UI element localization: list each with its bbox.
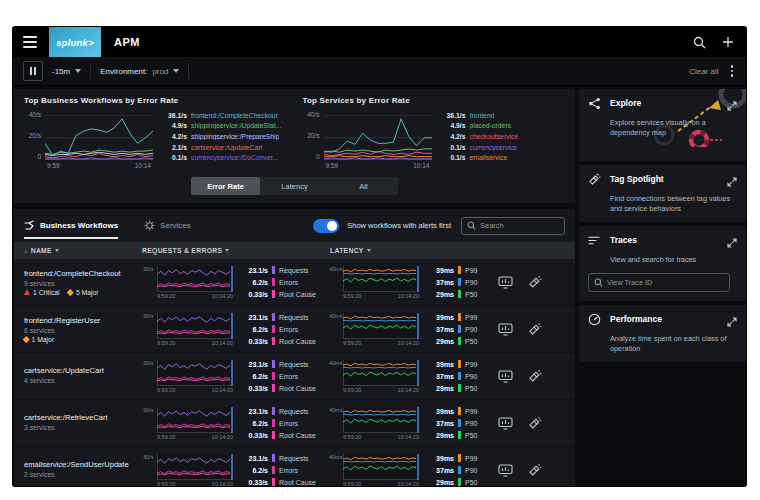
spotlight-icon[interactable] bbox=[528, 322, 542, 336]
workflow-name[interactable]: emailservice:/SendUserUpdate bbox=[24, 460, 142, 469]
card-traces[interactable]: Traces View and search for traces View T… bbox=[579, 226, 746, 300]
column-header-latency[interactable]: LATENCY bbox=[330, 247, 500, 254]
alert-badge-critical: 1 Critical bbox=[24, 289, 59, 296]
workflow-service-count: 4 services bbox=[24, 377, 142, 384]
clear-all-button[interactable]: Clear all bbox=[689, 67, 718, 76]
search-icon[interactable] bbox=[693, 36, 706, 49]
expand-icon[interactable] bbox=[727, 234, 737, 252]
card-explore[interactable]: Explore Explore services visually on a d… bbox=[579, 89, 746, 161]
menu-icon[interactable] bbox=[23, 36, 37, 48]
table-row[interactable]: cartservice:/UpdateCart 4 services 30/s … bbox=[14, 353, 575, 400]
column-header-name[interactable]: ↓NAME bbox=[14, 247, 142, 254]
workflow-name-cell[interactable]: cartservice:/RetrieveCart 3 services bbox=[14, 413, 142, 433]
dashboard-icon[interactable] bbox=[498, 323, 513, 336]
spotlight-icon[interactable] bbox=[528, 369, 542, 383]
legend-entry[interactable]: 36.1/sfrontend bbox=[439, 110, 566, 121]
legend-entry[interactable]: 36.1/sfrontend:/CompleteCheckout bbox=[160, 110, 287, 121]
table-row[interactable]: frontend:/RegisterUser 6 services 1 Majo… bbox=[14, 306, 575, 353]
latency-sparkline[interactable]: 40ms 9:59:2010:14:20 bbox=[328, 454, 424, 487]
alert-badge-major: 5 Major bbox=[68, 289, 98, 296]
latency-sparkline[interactable]: 40ms 9:59:2010:14:20 bbox=[328, 407, 424, 440]
workflow-name-cell[interactable]: emailservice:/SendUserUpdate 2 services bbox=[14, 460, 142, 480]
requests-errors-metrics: 23.1/sRequests6.2/sErrors0.33/sRoot Caus… bbox=[238, 265, 322, 299]
metric-row: 23.1/sRequests bbox=[238, 453, 322, 463]
requests-errors-sparkline[interactable]: 30/s 9:59:2010:14:20 bbox=[142, 313, 238, 346]
metric-row: 0.33/sRoot Cause bbox=[238, 477, 322, 486]
dashboard-icon[interactable] bbox=[498, 276, 513, 289]
legend-entry[interactable]: 0.1/scurrencyservice:/DoConver... bbox=[160, 152, 287, 163]
metric-row: 6.2/sErrors bbox=[238, 324, 322, 334]
workflow-name[interactable]: frontend:/RegisterUser bbox=[24, 316, 142, 325]
time-range-dropdown[interactable]: -15m bbox=[52, 67, 81, 76]
card-tag-spotlight[interactable]: Tag Spotlight Find connections between t… bbox=[579, 165, 746, 222]
legend-entry[interactable]: 4.2/sshippingservice:/PrepareShip bbox=[160, 131, 287, 142]
legend-entry[interactable]: 0.1/scurrencyservice bbox=[439, 142, 566, 153]
requests-errors-sparkline[interactable]: 30/s 9:59:2010:14:20 bbox=[142, 266, 238, 299]
workflow-name[interactable]: frontend:/CompleteCheckout bbox=[24, 269, 142, 278]
legend-entry[interactable]: 4.9/splaced-orders bbox=[439, 121, 566, 132]
latency-sparkline[interactable]: 40ms 9:59:2010:14:20 bbox=[328, 360, 424, 393]
metric-row: 29msP50 bbox=[424, 383, 486, 393]
row-actions bbox=[498, 463, 542, 477]
latency-sparkline[interactable]: 40ms 9:59:2010:14:20 bbox=[328, 313, 424, 346]
legend-entry[interactable]: 0.1/semailservice bbox=[439, 152, 566, 163]
dashboard-icon[interactable] bbox=[498, 417, 513, 430]
expand-icon[interactable] bbox=[727, 173, 737, 191]
segmented-option-latency[interactable]: Latency bbox=[260, 177, 329, 195]
environment-dropdown[interactable]: Environment: prod bbox=[100, 67, 179, 76]
pause-button[interactable] bbox=[23, 61, 43, 81]
sparkline-y-label: 40ms bbox=[329, 454, 342, 460]
splunk-logo[interactable]: splunk> bbox=[49, 27, 101, 57]
expand-icon[interactable] bbox=[727, 313, 737, 331]
spotlight-icon[interactable] bbox=[528, 463, 542, 477]
expand-icon[interactable] bbox=[727, 97, 737, 115]
alerts-first-toggle[interactable] bbox=[313, 219, 339, 233]
table-search-input[interactable]: Search bbox=[461, 217, 565, 235]
legend-entry[interactable]: 4.9/sshippingservice:/UpdateStat... bbox=[160, 121, 287, 132]
dashboard-icon[interactable] bbox=[498, 464, 513, 477]
legend-entry[interactable]: 4.2/scheckoutservice bbox=[439, 131, 566, 142]
tab-business-workflows[interactable]: Business Workflows bbox=[24, 209, 118, 242]
more-options-icon[interactable] bbox=[728, 65, 737, 77]
spotlight-icon[interactable] bbox=[528, 275, 542, 289]
workflow-name-cell[interactable]: frontend:/RegisterUser 6 services 1 Majo… bbox=[14, 316, 142, 343]
requests-errors-sparkline[interactable]: 30/s 9:59:2010:14:20 bbox=[142, 360, 238, 393]
metric-row: 37msP90 bbox=[424, 371, 486, 381]
workflow-name-cell[interactable]: cartservice:/UpdateCart 4 services bbox=[14, 366, 142, 386]
workflow-service-count: 3 services bbox=[24, 424, 142, 431]
metric-row: 37msP90 bbox=[424, 465, 486, 475]
table-row[interactable]: frontend:/CompleteCheckout 9 services 1 … bbox=[14, 259, 575, 306]
sparkline-chart bbox=[343, 313, 419, 339]
metric-color-chip bbox=[272, 478, 275, 486]
metric-color-chip bbox=[458, 278, 461, 286]
card-title: Traces bbox=[610, 234, 719, 245]
metric-color-chip bbox=[272, 419, 275, 427]
requests-errors-sparkline[interactable]: 30/s 9:59:2010:14:20 bbox=[142, 407, 238, 440]
spotlight-icon[interactable] bbox=[528, 416, 542, 430]
card-description: Find connections between tag values and … bbox=[610, 194, 737, 214]
dashboard-icon[interactable] bbox=[498, 370, 513, 383]
metric-row: 39msP99 bbox=[424, 359, 486, 369]
table-row[interactable]: emailservice:/SendUserUpdate 2 services … bbox=[14, 447, 575, 486]
latency-sparkline[interactable]: 40ms 9:59:2010:14:20 bbox=[328, 266, 424, 299]
column-header-requests-errors[interactable]: REQUESTS & ERRORS bbox=[142, 247, 330, 254]
workflow-name[interactable]: cartservice:/UpdateCart bbox=[24, 366, 142, 375]
add-icon[interactable] bbox=[722, 36, 734, 48]
segmented-option-all[interactable]: All bbox=[329, 177, 398, 195]
legend-entry[interactable]: 2.1/scartservice:/UpdateCart bbox=[160, 142, 287, 153]
metric-row: 39msP99 bbox=[424, 265, 486, 275]
sparkline-y-label: 40ms bbox=[329, 407, 342, 413]
table-row[interactable]: cartservice:/RetrieveCart 3 services 30/… bbox=[14, 400, 575, 447]
card-performance[interactable]: Performance Analyze time spent on each c… bbox=[579, 305, 746, 362]
alerts-first-toggle-label: Show workflows with alerts first bbox=[347, 221, 451, 230]
requests-errors-sparkline[interactable]: 30/s 9:59:2010:14:20 bbox=[142, 454, 238, 487]
tab-services[interactable]: Services bbox=[144, 209, 191, 242]
workflow-alert-badges: 1 Critical5 Major bbox=[24, 289, 142, 296]
metric-color-chip bbox=[458, 454, 461, 462]
trace-id-input[interactable]: View Trace ID bbox=[588, 273, 730, 292]
segmented-option-error-rate[interactable]: Error Rate bbox=[191, 177, 260, 195]
right-sidebar: Explore Explore services visually on a d… bbox=[579, 89, 746, 362]
workflow-name-cell[interactable]: frontend:/CompleteCheckout 9 services 1 … bbox=[14, 269, 142, 296]
workflow-name[interactable]: cartservice:/RetrieveCart bbox=[24, 413, 142, 422]
metric-color-chip bbox=[458, 360, 461, 368]
